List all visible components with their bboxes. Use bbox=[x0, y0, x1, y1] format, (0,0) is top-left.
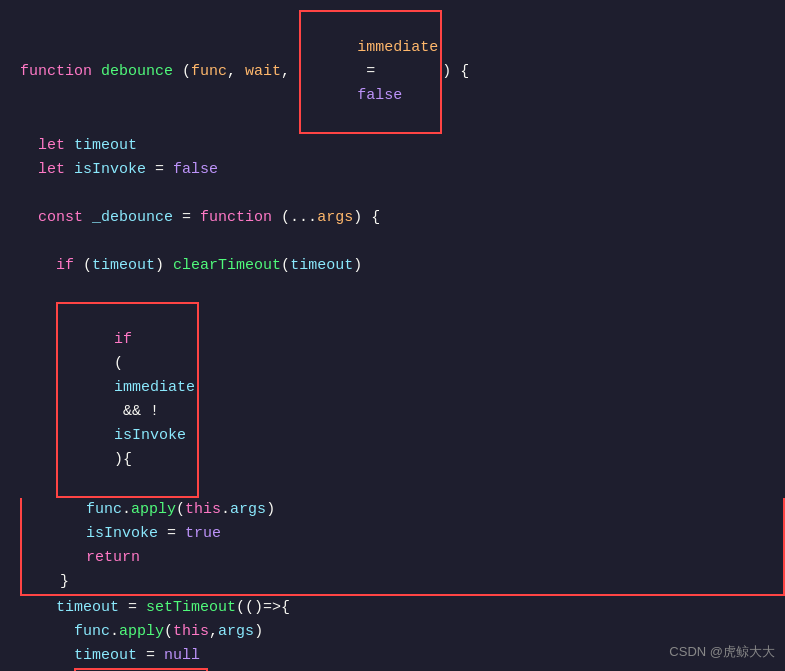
highlight-immediate-param: immediate = false bbox=[299, 10, 442, 134]
code-line-2: let timeout bbox=[10, 134, 785, 158]
code-line-5: const _debounce = function ( ... args ) … bbox=[10, 206, 785, 230]
highlight-if-block: if ( immediate && ! isInvoke ){ bbox=[56, 302, 199, 498]
keyword-function: function bbox=[20, 60, 92, 84]
code-line-12: return bbox=[22, 546, 783, 570]
code-line-9: if ( immediate && ! isInvoke ){ bbox=[10, 302, 785, 498]
code-line-1: function debounce ( func , wait , immedi… bbox=[10, 10, 785, 134]
function-name: debounce bbox=[101, 60, 173, 84]
red-block-content: func . apply ( this . args ) isInvoke = … bbox=[20, 498, 785, 570]
code-line-13: } bbox=[20, 570, 785, 596]
code-line-14: timeout = setTimeout (()=>{ bbox=[10, 596, 785, 620]
code-line-7: if ( timeout ) clearTimeout ( timeout ) bbox=[10, 254, 785, 278]
code-line-11: isInvoke = true bbox=[22, 522, 783, 546]
code-line-3: let isInvoke = false bbox=[10, 158, 785, 182]
code-line-6 bbox=[10, 230, 785, 254]
code-editor: function debounce ( func , wait , immedi… bbox=[0, 0, 785, 671]
code-line-10: func . apply ( this . args ) bbox=[22, 498, 783, 522]
code-line-8 bbox=[10, 278, 785, 302]
code-line-15: func . apply ( this , args ) bbox=[10, 620, 785, 644]
watermark: CSDN @虎鲸大大 bbox=[669, 642, 775, 663]
code-line-4 bbox=[10, 182, 785, 206]
